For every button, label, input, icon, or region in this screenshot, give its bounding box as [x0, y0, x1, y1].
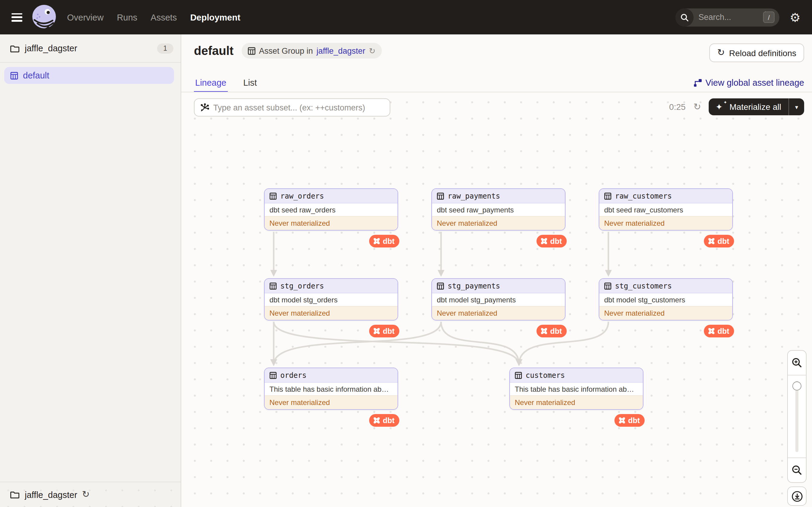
zoom-in-button[interactable] — [788, 351, 806, 375]
chevron-down-icon[interactable]: ▾ — [789, 104, 804, 110]
asset-group-context-pill: Asset Group in jaffle_dagster ↻ — [241, 43, 382, 59]
dbt-logo-icon — [707, 237, 715, 245]
gear-icon[interactable]: ⚙ — [790, 11, 801, 23]
dbt-badge[interactable]: dbt — [704, 235, 734, 247]
refresh-timer: 0:25 — [669, 102, 686, 112]
zoom-controls — [787, 350, 807, 483]
nav-runs[interactable]: Runs — [117, 12, 138, 22]
nav-deployment[interactable]: Deployment — [190, 12, 241, 22]
asset-description: This table has basic information about .… — [265, 383, 398, 395]
sidebar-footer: jaffle_dagster ↻ — [0, 482, 181, 507]
dbt-badge-label: dbt — [717, 237, 729, 245]
asset-name: stg_payments — [448, 282, 500, 290]
zoom-slider-handle[interactable] — [792, 382, 801, 391]
asset-subset-placeholder: Type an asset subset... (ex: ++customers… — [213, 103, 365, 112]
sidebar-item-default[interactable]: default — [4, 67, 174, 84]
asset-status: Never materialized — [265, 216, 398, 230]
asset-name: customers — [526, 371, 565, 379]
folder-icon — [10, 44, 19, 52]
materialize-all-button[interactable]: ✦✦ Materialize all ▾ — [709, 98, 804, 115]
nav-assets[interactable]: Assets — [151, 12, 177, 22]
search-input[interactable]: Search... / — [675, 8, 779, 26]
asset-status: Never materialized — [599, 306, 732, 320]
lineage-graph-icon — [693, 78, 702, 87]
app-root: Overview Runs Assets Deployment Search..… — [0, 0, 812, 507]
dbt-badge[interactable]: dbt — [369, 325, 399, 337]
asset-node-stg_payments[interactable]: stg_payments dbt model stg_payments Neve… — [432, 278, 565, 321]
asset-node-orders[interactable]: orders This table has basic information … — [264, 368, 398, 410]
asset-description: dbt seed raw_orders — [265, 204, 398, 216]
search-placeholder: Search... — [698, 13, 763, 22]
dbt-badge-label: dbt — [383, 237, 395, 245]
table-icon — [604, 282, 611, 289]
sidebar-item-default-label: default — [23, 71, 49, 80]
dbt-badge[interactable]: dbt — [536, 235, 567, 247]
folder-icon — [10, 491, 19, 499]
table-icon — [437, 282, 444, 289]
zoom-out-button[interactable] — [788, 458, 806, 482]
dbt-logo-icon — [540, 327, 548, 335]
download-image-button[interactable] — [787, 487, 807, 506]
asset-description: dbt model stg_orders — [265, 293, 398, 306]
hamburger-menu-icon[interactable] — [11, 13, 22, 21]
asset-status: Never materialized — [432, 216, 565, 230]
asset-node-customers[interactable]: customers This table has basic informati… — [509, 368, 644, 410]
refresh-icon[interactable]: ↻ — [369, 47, 375, 55]
asset-name: stg_customers — [615, 282, 672, 290]
asset-name: stg_orders — [280, 282, 324, 290]
lineage-graph-canvas[interactable]: raw_orders dbt seed raw_orders Never mat… — [181, 92, 812, 507]
asset-name: raw_payments — [448, 192, 500, 200]
asset-name: raw_customers — [615, 192, 672, 200]
asset-status: Never materialized — [432, 306, 565, 320]
dbt-badge[interactable]: dbt — [614, 414, 645, 427]
sidebar-footer-project-label: jaffle_dagster — [25, 490, 77, 500]
dbt-badge[interactable]: dbt — [704, 325, 734, 337]
reload-definitions-button[interactable]: ↻ Reload definitions — [709, 44, 804, 62]
asset-node-stg_orders[interactable]: stg_orders dbt model stg_orders Never ma… — [264, 278, 398, 321]
table-icon — [437, 192, 444, 200]
dagster-logo-icon[interactable] — [30, 3, 58, 31]
edge-stg_payments-to-customers — [441, 322, 519, 364]
tab-list[interactable]: List — [242, 78, 258, 92]
asset-description: This table has basic information about .… — [510, 383, 643, 395]
asset-group-icon — [247, 47, 255, 55]
dbt-logo-icon — [540, 237, 548, 245]
dbt-badge[interactable]: dbt — [369, 414, 399, 427]
refresh-icon[interactable]: ↻ — [694, 101, 701, 112]
nav-overview[interactable]: Overview — [67, 12, 104, 22]
dbt-logo-icon — [372, 327, 380, 335]
asset-subset-input[interactable]: Type an asset subset... (ex: ++customers… — [194, 98, 390, 116]
sparkle-icon: ✦✦ — [716, 102, 725, 111]
refresh-icon[interactable]: ↻ — [82, 490, 90, 499]
asset-group-icon — [10, 71, 18, 79]
zoom-slider[interactable] — [788, 375, 806, 458]
dbt-badge-label: dbt — [550, 237, 562, 245]
table-icon — [269, 372, 277, 379]
tab-lineage[interactable]: Lineage — [194, 78, 227, 92]
asset-name: orders — [280, 371, 307, 379]
context-prefix: Asset Group in — [259, 46, 313, 55]
asset-node-stg_customers[interactable]: stg_customers dbt model stg_customers Ne… — [599, 278, 733, 321]
asset-node-raw_payments[interactable]: raw_payments dbt seed raw_payments Never… — [432, 188, 565, 231]
dbt-logo-icon — [372, 237, 380, 245]
tab-bar: Lineage List — [194, 78, 258, 92]
zoom-slider-track — [795, 381, 798, 452]
sidebar-project-count-badge: 1 — [157, 43, 173, 53]
asset-status: Never materialized — [265, 395, 398, 409]
dbt-logo-icon — [372, 416, 380, 424]
dbt-badge[interactable]: dbt — [536, 325, 567, 337]
view-global-asset-lineage-link[interactable]: View global asset lineage — [693, 78, 804, 88]
table-icon — [269, 192, 277, 200]
search-icon — [675, 8, 694, 26]
sidebar-project-row[interactable]: jaffle_dagster 1 — [0, 35, 181, 63]
asset-node-raw_customers[interactable]: raw_customers dbt seed raw_customers Nev… — [599, 188, 733, 231]
sidebar-project-label: jaffle_dagster — [25, 44, 157, 53]
dbt-logo-icon — [618, 416, 626, 424]
context-project-link[interactable]: jaffle_dagster — [317, 46, 365, 55]
table-icon — [604, 192, 611, 200]
table-icon — [515, 372, 522, 379]
asset-node-raw_orders[interactable]: raw_orders dbt seed raw_orders Never mat… — [264, 188, 398, 231]
dbt-badge-label: dbt — [383, 327, 395, 335]
dbt-badge[interactable]: dbt — [369, 235, 399, 247]
dbt-badge-label: dbt — [383, 416, 395, 425]
